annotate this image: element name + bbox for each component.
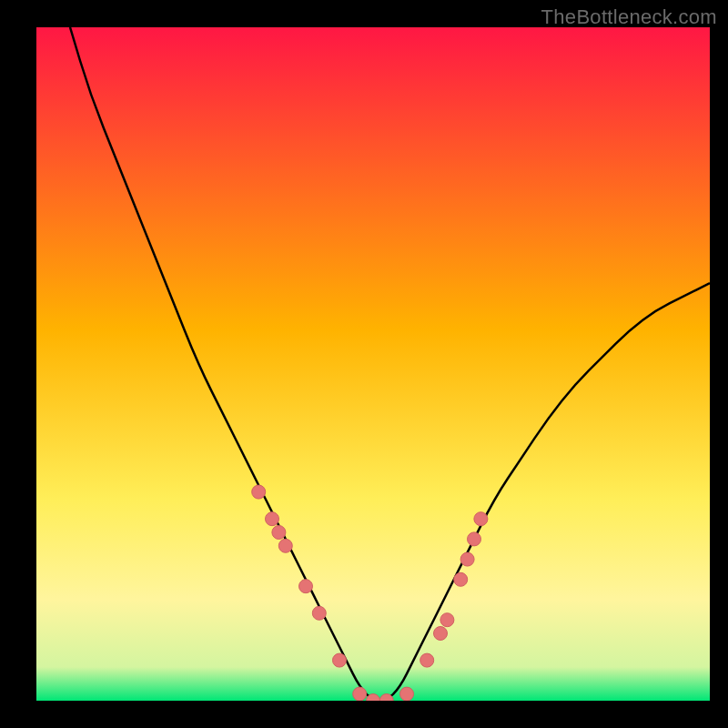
data-marker — [400, 687, 414, 701]
chart-plot-area — [36, 27, 710, 701]
data-marker — [272, 526, 286, 540]
data-marker — [460, 552, 474, 566]
data-marker — [252, 485, 266, 499]
data-marker — [434, 627, 448, 641]
data-marker — [266, 512, 279, 526]
data-marker — [299, 580, 313, 593]
data-marker — [440, 613, 454, 627]
chart-background — [36, 27, 710, 701]
data-marker — [454, 572, 468, 586]
watermark-text: TheBottleneck.com — [541, 5, 717, 29]
data-marker — [312, 606, 326, 620]
data-marker — [333, 653, 347, 667]
chart-svg — [36, 27, 710, 701]
data-marker — [278, 539, 292, 552]
data-marker — [468, 532, 481, 546]
data-marker — [420, 653, 434, 667]
data-marker — [353, 687, 367, 701]
data-marker — [474, 512, 488, 526]
